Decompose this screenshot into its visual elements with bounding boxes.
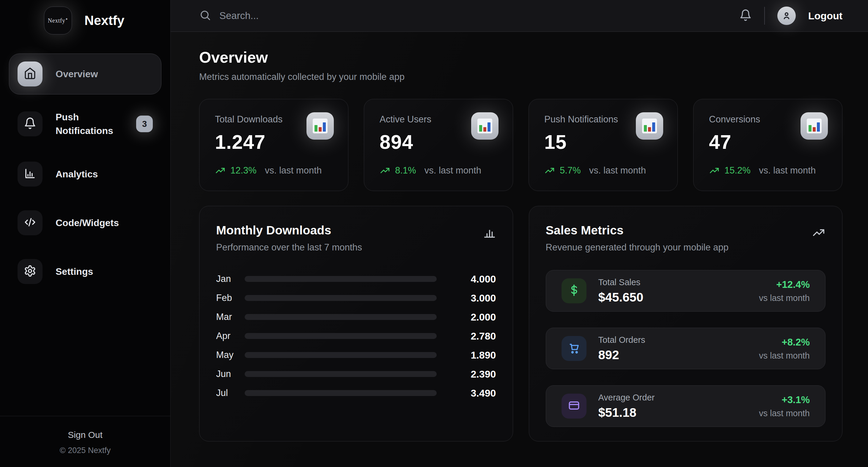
trending-up-icon: [380, 165, 390, 176]
sales-trend-value: +3.1%: [759, 394, 810, 405]
credit-card-icon: [567, 399, 581, 413]
stat-card-push-notifications: Push Notifications 15 5.7% vs. last mont…: [529, 99, 678, 191]
chart-category-label: Feb: [216, 293, 245, 303]
trending-up-icon: [812, 226, 826, 241]
sales-row-total-sales: Total Sales $45.650 +12.4% vs last month: [546, 270, 826, 312]
header-divider: [764, 7, 765, 25]
chart-bar-track: [245, 352, 437, 358]
bar-chart-emoji-icon: [801, 112, 828, 140]
logo-row: Nextfy✦ Nextfy: [0, 0, 170, 34]
home-icon: [24, 67, 36, 81]
sales-trend-value: +12.4%: [759, 279, 810, 290]
sales-metrics-subtitle: Revenue generated through your mobile ap…: [546, 242, 728, 253]
stat-card-total-downloads: Total Downloads 1.247 12.3% vs. last mon…: [199, 99, 348, 191]
person-icon: [781, 11, 792, 21]
top-header: Logout: [170, 0, 868, 32]
chart-bar-track: [245, 276, 437, 282]
panels-row: Monthly Downloads Performance over the l…: [199, 206, 842, 441]
chart-value-label: 2.000: [453, 311, 496, 323]
sales-value: $51.18: [598, 405, 655, 420]
chart-value-label: 1.890: [453, 349, 496, 361]
bar-chart-emoji-icon: [636, 112, 663, 140]
chart-value-label: 2.390: [453, 368, 496, 380]
sales-trend-note: vs last month: [759, 351, 810, 361]
chart-category-label: May: [216, 349, 245, 360]
sidebar-item-label: Code/Widgets: [56, 216, 119, 230]
main-area: Logout Overview Metrics automatically co…: [170, 0, 868, 467]
sales-rows: Total Sales $45.650 +12.4% vs last month…: [546, 270, 826, 427]
copyright-text: © 2025 Nextfy: [0, 446, 170, 455]
stat-trend-value: 15.2%: [724, 165, 751, 176]
sales-trend-note: vs last month: [759, 293, 810, 303]
stat-trend-note: vs. last month: [425, 165, 481, 176]
trending-up-icon: [544, 165, 555, 176]
app-logo: Nextfy✦: [44, 6, 72, 34]
sidebar-item-analytics[interactable]: Analytics: [9, 154, 161, 195]
stat-card-conversions: Conversions 47 15.2% vs. last month: [693, 99, 842, 191]
sales-metrics-title: Sales Metrics: [546, 224, 728, 237]
chart-row: Apr 2.780: [216, 327, 496, 345]
sales-row-average-order: Average Order $51.18 +3.1% vs last month: [546, 385, 826, 427]
chart-bar-track: [245, 314, 437, 320]
chart-value-label: 2.780: [453, 330, 496, 342]
stat-trend-note: vs. last month: [265, 165, 322, 176]
chart-bar-track: [245, 295, 437, 301]
logo-mark-text: Nextfy✦: [48, 17, 68, 24]
search-input[interactable]: [219, 10, 428, 22]
page-title: Overview: [199, 48, 842, 66]
chart-bar-track: [245, 390, 437, 396]
monthly-downloads-title: Monthly Downloads: [216, 224, 362, 237]
sidebar-item-label: Analytics: [56, 167, 98, 181]
sign-out-button[interactable]: Sign Out: [0, 430, 170, 440]
header-right: Logout: [739, 6, 842, 25]
brand-name: Nextfy: [85, 13, 125, 28]
chart-row: Jan 4.000: [216, 269, 496, 289]
sales-value: 892: [598, 348, 645, 362]
search-bar: [199, 9, 739, 22]
chart-row: Jul 3.490: [216, 383, 496, 403]
bell-icon: [24, 117, 36, 131]
monthly-downloads-subtitle: Performance over the last 7 months: [216, 242, 362, 253]
trending-up-icon: [215, 165, 226, 176]
sales-trend-note: vs last month: [759, 408, 810, 418]
sales-label: Average Order: [598, 393, 655, 403]
chart-row: Jun 2.390: [216, 365, 496, 383]
chart-value-label: 3.000: [453, 292, 496, 304]
chart-category-label: Jul: [216, 388, 245, 398]
sidebar-item-label: Overview: [56, 67, 98, 81]
bar-chart-emoji-icon: [307, 112, 334, 140]
chart-row: May 1.890: [216, 345, 496, 365]
sidebar-item-push-notifications[interactable]: Push Notifications 3: [9, 102, 161, 146]
code-icon: [24, 216, 36, 230]
stat-trend-value: 8.1%: [395, 165, 416, 176]
chart-category-label: Jun: [216, 369, 245, 379]
sales-label: Total Orders: [598, 335, 645, 345]
sidebar-item-settings[interactable]: Settings: [9, 251, 161, 292]
page-subtitle: Metrics automatically collected by your …: [199, 72, 842, 82]
chart-category-label: Apr: [216, 331, 245, 341]
search-icon: [199, 9, 211, 22]
stat-card-active-users: Active Users 894 8.1% vs. last month: [364, 99, 513, 191]
sparkle-icon: ✦: [65, 17, 68, 21]
bell-icon[interactable]: [739, 9, 752, 23]
sales-label: Total Sales: [598, 277, 644, 287]
sidebar-footer: Sign Out © 2025 Nextfy: [0, 416, 170, 467]
sidebar-item-label: Push Notifications: [56, 110, 123, 138]
content: Overview Metrics automatically collected…: [170, 32, 868, 441]
cart-icon: [567, 341, 581, 356]
sidebar-item-overview[interactable]: Overview: [9, 54, 161, 95]
chart-value-label: 4.000: [453, 273, 496, 285]
dollar-icon: [567, 284, 581, 298]
sales-value: $45.650: [598, 290, 644, 304]
bar-chart-emoji-icon: [471, 112, 498, 140]
chart-bar-track: [245, 371, 437, 377]
gear-icon: [24, 265, 36, 278]
avatar[interactable]: [777, 6, 796, 25]
sidebar-item-code-widgets[interactable]: Code/Widgets: [9, 202, 161, 243]
column-chart-icon: [483, 226, 496, 241]
logout-button[interactable]: Logout: [808, 10, 842, 22]
stat-trend-value: 5.7%: [560, 165, 581, 176]
stat-trend-value: 12.3%: [230, 165, 256, 176]
stat-trend-note: vs. last month: [589, 165, 646, 176]
chart-category-label: Jan: [216, 274, 245, 284]
